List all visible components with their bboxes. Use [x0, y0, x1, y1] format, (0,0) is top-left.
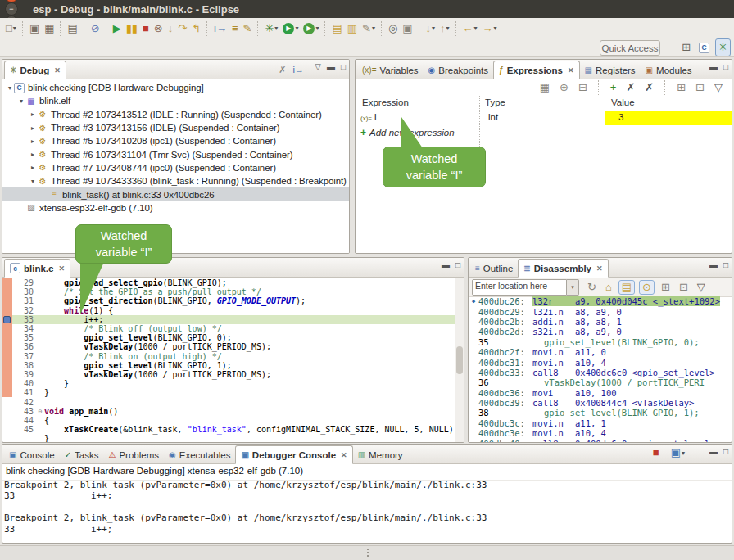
editor-line[interactable]: 35 gpio_set_level(BLINK_GPIO, 0); [2, 333, 455, 342]
step-return-icon[interactable]: ↰ [189, 20, 203, 37]
editor-line[interactable]: 38 gpio_set_level(BLINK_GPIO, 1); [2, 361, 455, 370]
editor-line[interactable]: 40 } [2, 379, 455, 388]
twisty-icon[interactable]: ▸ [29, 124, 37, 132]
instruction-stepping-icon[interactable]: i→ [211, 20, 229, 37]
editor-line[interactable]: 36 vTaskDelay(1000 / portTICK_PERIOD_MS)… [2, 342, 455, 351]
next-annotation-icon[interactable]: ↓▾ [424, 20, 438, 37]
open-perspective-icon[interactable]: ⊞ [679, 39, 693, 56]
step-over-icon[interactable]: ↷ [175, 20, 189, 37]
location-dropdown-icon[interactable]: ▾ [567, 279, 579, 296]
disassembly-instruction-row[interactable]: 400dbc39:call80x400844c4 <vTaskDelay> [469, 398, 732, 408]
disassembly-instruction-row[interactable]: 400dbc31:movi.na10, 4 [469, 357, 732, 367]
remove-all-expressions-icon[interactable]: ✗ [642, 81, 656, 94]
editor-line[interactable]: 44{ [2, 416, 455, 425]
disconnect-icon[interactable]: ⊗ [152, 20, 165, 37]
sync-with-active-context-icon[interactable]: ⊙ [639, 280, 655, 295]
minimize-icon[interactable]: ▬ [709, 62, 718, 71]
annotation-ruler[interactable] [2, 370, 12, 379]
twisty-icon[interactable]: ▸ [29, 151, 37, 158]
editor-line[interactable]: 39 vTaskDelay(1000 / portTICK_PERIOD_MS)… [2, 370, 455, 379]
twisty-icon[interactable]: ▸ [29, 138, 37, 145]
tab-debugger-console[interactable]: ▣Debugger Console✕ [235, 445, 352, 464]
maximize-icon[interactable]: □ [455, 260, 460, 269]
edit-source-lookup-icon[interactable]: ✎ [241, 20, 255, 37]
home-icon[interactable]: ⌂ [603, 281, 614, 294]
expression-name-cell[interactable]: (x)=i [360, 112, 377, 122]
tab-problems[interactable]: ⚠Problems [103, 446, 164, 463]
collapse-all-icon[interactable]: ⊟ [576, 81, 590, 94]
debug-launch-tree[interactable]: ▾Cblink checking [GDB Hardware Debugging… [2, 79, 349, 253]
minimize-icon[interactable]: ▬ [442, 260, 450, 269]
pin-view-icon[interactable]: ⊡ [677, 281, 691, 294]
twisty-icon[interactable]: ▸ [29, 164, 37, 171]
column-type[interactable]: Type [485, 97, 505, 107]
drag-handle[interactable] [367, 549, 369, 550]
maximize-icon[interactable]: □ [723, 62, 728, 71]
close-icon[interactable]: ✕ [341, 451, 347, 459]
minimize-icon[interactable]: ▬ [709, 447, 718, 456]
tree-item[interactable]: ▸⚙Thread #6 1073431104 (Tmr Svc) (Suspen… [2, 147, 349, 160]
disassembly-source-row[interactable]: 36vTaskDelay(1000 / portTICK_PERI [469, 377, 732, 387]
view-menu-icon[interactable]: ▽ [712, 81, 725, 94]
close-icon[interactable]: ✕ [54, 66, 61, 75]
location-input[interactable]: Enter location here [472, 279, 567, 296]
disassembly-instruction-row[interactable]: 400dbc40:call80x400dc6c0 <gpio_set_level… [469, 438, 732, 442]
annotation-ruler[interactable] [2, 296, 12, 305]
tab-disassembly[interactable]: ≣Disassembly✕ [518, 259, 608, 278]
annotation-ruler[interactable] [2, 434, 12, 442]
breakpoint-icon[interactable] [3, 316, 11, 323]
close-icon[interactable]: ✕ [568, 66, 574, 75]
fold-icon[interactable]: ⊖ [36, 408, 44, 415]
disassembly-instruction-row[interactable]: 400dbc2f:movi.na11, 0 [469, 347, 732, 357]
annotation-ruler[interactable] [2, 324, 12, 333]
tree-item[interactable]: ▾▦blink.elf [2, 94, 349, 107]
disassembly-instruction-row[interactable]: ◆400dbc26:l32ra9, 0x400d045c <_stext+109… [469, 296, 732, 306]
use-step-filters-icon[interactable]: ≡ [229, 20, 241, 37]
tab-outline[interactable]: ≡Outline [470, 260, 518, 277]
refresh-icon[interactable]: ↻ [585, 281, 599, 294]
annotation-ruler[interactable] [2, 352, 12, 361]
maximize-icon[interactable]: □ [341, 62, 346, 71]
debug-perspective-icon[interactable]: ✳ [715, 38, 731, 56]
tab-registers[interactable]: ▦Registers [580, 61, 641, 79]
tab-variables[interactable]: (x)=Variables [357, 61, 424, 79]
skip-all-breakpoints-icon[interactable]: ⊘ [88, 20, 102, 37]
annotation-ruler[interactable] [2, 361, 12, 370]
minimize-icon[interactable]: ▬ [709, 260, 718, 269]
annotation-ruler[interactable] [2, 333, 12, 342]
annotation-ruler[interactable] [2, 379, 12, 388]
annotation-ruler[interactable] [2, 407, 12, 416]
tab-memory[interactable]: ▥Memory [353, 446, 408, 463]
tree-item[interactable]: ▾⚙Thread #9 1073433360 (blink_task : Run… [2, 174, 349, 187]
tab-modules[interactable]: ▣Modules [641, 61, 697, 79]
tree-item[interactable]: ▾Cblink checking [GDB Hardware Debugging… [2, 81, 349, 94]
new-expressions-view-icon[interactable]: ⊞ [674, 81, 688, 94]
editor-line[interactable]: 34 /* Blink off (output low) */ [2, 324, 455, 333]
column-expression[interactable]: Expression [362, 97, 409, 107]
tab-breakpoints[interactable]: ◉Breakpoints [424, 61, 493, 79]
editor-line[interactable]: } [2, 434, 455, 442]
annotation-ruler[interactable] [2, 287, 12, 296]
twisty-icon[interactable]: ▾ [29, 178, 37, 185]
display-selected-console-icon[interactable]: ▣▾ [668, 445, 687, 461]
twisty-icon[interactable]: ▸ [29, 111, 37, 118]
view-menu-icon[interactable]: ▽ [315, 62, 321, 71]
show-logical-structure-icon[interactable]: ⊕ [557, 81, 571, 94]
editor-line[interactable]: 30 /* Set the GPIO as a push/pull output… [2, 287, 455, 296]
tree-item[interactable]: ▸⚙Thread #5 1073410208 (ipc1) (Suspended… [2, 134, 349, 147]
open-element-icon[interactable]: ▤ [329, 20, 344, 37]
disassembly-listing[interactable]: ◆400dbc26:l32ra9, 0x400d045c <_stext+109… [469, 296, 732, 442]
tab-executables[interactable]: ◉Executables [164, 446, 235, 463]
open-task-icon[interactable]: ✎▾ [360, 20, 378, 37]
expressions-table-header[interactable]: Expression Type Value [356, 96, 732, 111]
disassembly-instruction-row[interactable]: 400dbc2b:addi.na8, a8, 1 [469, 317, 732, 327]
tree-item[interactable]: ≡blink_task() at blink.c:33 0x400dbc26 [2, 187, 349, 201]
editor-line[interactable]: 45 xTaskCreate(&blink_task, "blink_task"… [2, 425, 455, 434]
tree-item[interactable]: ▸⚙Thread #3 1073413156 (IDLE) (Suspended… [2, 121, 349, 134]
editor-line[interactable]: 41} [2, 388, 455, 397]
annotation-ruler[interactable] [2, 388, 12, 397]
view-menu-icon[interactable]: ▽ [695, 281, 708, 294]
disassembly-instruction-row[interactable]: 400dbc33:call80x400dc6c0 <gpio_set_level… [469, 368, 732, 377]
disassembly-instruction-row[interactable]: 400dbc36:movia10, 100 [469, 388, 732, 398]
instruction-stepping-mode-icon[interactable]: i→ [292, 63, 305, 76]
